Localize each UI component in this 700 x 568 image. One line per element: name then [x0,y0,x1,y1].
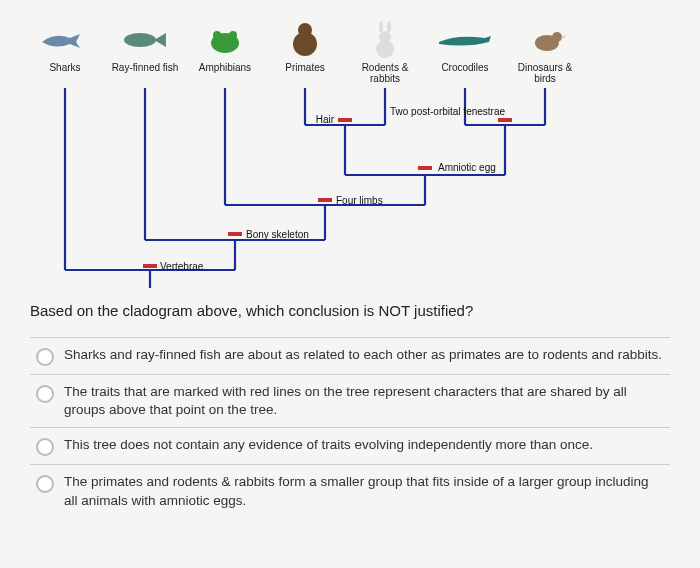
trait-bony-skeleton: Bony skeleton [246,229,309,240]
option-text: Sharks and ray-finned fish are about as … [64,346,662,364]
answer-option[interactable]: Sharks and ray-finned fish are about as … [30,337,670,374]
question-text: Based on the cladogram above, which conc… [30,302,670,319]
answer-option[interactable]: This tree does not contain any evidence … [30,427,670,464]
radio-icon[interactable] [36,348,54,366]
option-text: The traits that are marked with red line… [64,383,664,419]
trait-hair: Hair [294,114,334,125]
trait-four-limbs: Four limbs [336,195,383,206]
option-text: This tree does not contain any evidence … [64,436,593,454]
answer-option[interactable]: The primates and rodents & rabbits form … [30,464,670,517]
radio-icon[interactable] [36,475,54,493]
option-text: The primates and rodents & rabbits form … [64,473,664,509]
trait-two-post-orbital: Two post-orbital fenestrae [390,107,480,117]
radio-icon[interactable] [36,385,54,403]
trait-vertebrae: Vertebrae [160,261,203,272]
trait-amniotic-egg: Amniotic egg [438,162,496,173]
cladogram-branches [30,20,670,290]
radio-icon[interactable] [36,438,54,456]
cladogram-diagram: Sharks Ray-finned fish Amphibians Primat… [30,20,670,290]
answer-option[interactable]: The traits that are marked with red line… [30,374,670,427]
